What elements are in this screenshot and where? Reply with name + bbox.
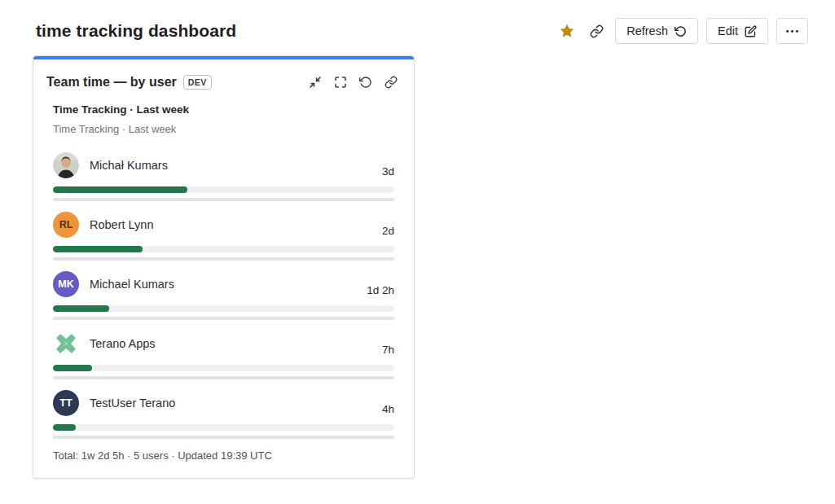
link-icon (385, 76, 398, 89)
page-title: time tracking dashboard (36, 21, 236, 41)
panel-toolbar (305, 72, 401, 92)
page-header: time tracking dashboard Refresh Edit (0, 0, 835, 55)
user-name: Robert Lynn (90, 218, 153, 231)
ellipsis-icon (785, 24, 799, 38)
initials-avatar: RL (53, 212, 79, 238)
panel-body: Time Tracking · Last week Time Tracking … (33, 103, 414, 478)
edit-icon (745, 25, 757, 37)
refresh-icon (675, 25, 687, 37)
row-divider (53, 436, 394, 439)
time-value: 3d (382, 165, 394, 177)
refresh-panel-button[interactable] (356, 72, 376, 92)
user-name: Terano Apps (90, 337, 156, 350)
collapse-icon (309, 76, 322, 89)
user-name: Michael Kumars (90, 278, 174, 291)
progress-fill (53, 246, 143, 252)
header-actions: Refresh Edit (556, 18, 808, 44)
initials-avatar: MK (53, 271, 79, 297)
org-logo-avatar (53, 331, 79, 357)
user-list: Michał Kumars 3d RL Robert Lynn 2d (53, 152, 394, 439)
avatar-initials: RL (59, 219, 73, 230)
progress-fill (53, 305, 109, 312)
user-row: RL Robert Lynn 2d (53, 212, 394, 261)
time-value: 7h (382, 344, 394, 356)
person-photo (53, 152, 79, 178)
progress-bar (53, 186, 394, 193)
avatar-initials: MK (58, 278, 73, 290)
time-value: 2d (382, 225, 394, 237)
chart-subtitle: Time Tracking · Last week (53, 123, 394, 135)
user-row: TT TestUser Terano 4h (53, 390, 394, 439)
progress-bar (53, 246, 394, 252)
collapse-panel-button[interactable] (305, 72, 325, 92)
user-row: MK Michael Kumars 1d 2h (53, 271, 394, 320)
panel-footer-summary: Total: 1w 2d 5h · 5 users · Updated 19:3… (53, 449, 394, 462)
user-name: Michał Kumars (90, 159, 168, 172)
maximize-icon (334, 76, 347, 89)
row-divider (53, 198, 394, 201)
copy-link-button[interactable] (587, 21, 607, 42)
progress-bar (53, 365, 394, 371)
progress-bar (53, 424, 394, 431)
initials-avatar: TT (53, 390, 79, 416)
user-name: TestUser Terano (90, 397, 175, 410)
team-time-panel: Team time — by user DEV (33, 55, 415, 479)
refresh-button[interactable]: Refresh (615, 18, 698, 44)
refresh-button-label: Refresh (626, 24, 668, 37)
more-actions-button[interactable] (776, 18, 808, 44)
avatar-initials: TT (59, 397, 72, 409)
maximize-panel-button[interactable] (331, 72, 350, 92)
progress-fill (53, 365, 92, 371)
progress-bar (53, 305, 394, 312)
terano-logo-icon (54, 331, 78, 356)
user-photo-avatar (53, 152, 79, 178)
chart-title: Time Tracking · Last week (53, 103, 394, 116)
progress-fill (53, 424, 76, 431)
time-value: 4h (382, 403, 394, 415)
panel-title: Team time — by user (46, 75, 177, 90)
refresh-icon (359, 76, 372, 89)
edit-button[interactable]: Edit (706, 18, 768, 44)
row-divider (53, 257, 394, 261)
row-divider (53, 317, 394, 320)
row-divider (53, 376, 394, 379)
user-row: Terano Apps 7h (53, 331, 394, 379)
star-button[interactable] (556, 20, 578, 42)
panel-header: Team time — by user DEV (33, 59, 414, 102)
panel-link-button[interactable] (381, 72, 401, 92)
star-icon (559, 23, 575, 39)
user-row: Michał Kumars 3d (53, 152, 394, 201)
link-icon (590, 24, 604, 38)
time-value: 1d 2h (367, 284, 394, 296)
progress-fill (53, 186, 187, 193)
dev-badge: DEV (183, 75, 212, 90)
edit-button-label: Edit (718, 24, 738, 37)
